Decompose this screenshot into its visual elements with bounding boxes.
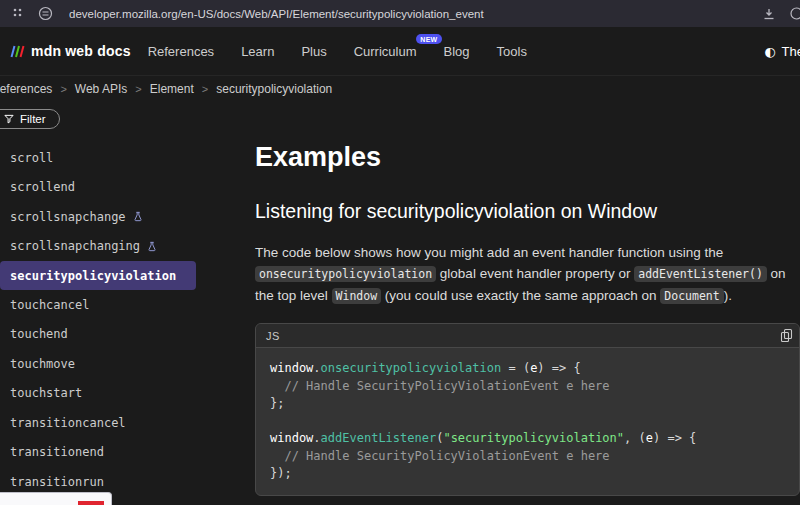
nav-plus[interactable]: Plus <box>301 44 326 59</box>
theme-icon: ◐ <box>764 44 775 59</box>
article-content: Examples Listening for securitypolicyvio… <box>255 128 800 496</box>
breadcrumb-separator: > <box>60 83 66 95</box>
sidebar-item-scrollsnapchanging[interactable]: scrollsnapchanging <box>0 232 250 262</box>
inline-code: addEventListener() <box>634 266 767 282</box>
red-indicator <box>78 501 104 505</box>
breadcrumb-separator: > <box>202 83 208 95</box>
code-line: }); <box>270 465 785 483</box>
mdn-logo-icon <box>10 45 25 58</box>
grid-icon[interactable] <box>10 6 26 22</box>
code-line: }; <box>270 395 785 413</box>
sidebar: Filter scroll scrollend scrollsnapchange… <box>0 101 250 505</box>
inline-code: Window <box>332 288 382 304</box>
nav-references[interactable]: References <box>148 44 214 59</box>
download-icon[interactable] <box>761 6 777 22</box>
sidebar-item-touchend[interactable]: touchend <box>0 320 250 350</box>
funnel-icon <box>4 114 14 124</box>
breadcrumb-references[interactable]: References <box>0 82 52 96</box>
intro-paragraph: The code below shows how you might add a… <box>255 242 800 307</box>
mdn-logo[interactable]: mdn web docs <box>10 43 131 59</box>
code-body: window.onsecuritypolicyviolation = (e) =… <box>256 348 799 495</box>
sidebar-item-transitionend[interactable]: transitionend <box>0 438 250 468</box>
inline-code: onsecuritypolicyviolation <box>255 266 436 282</box>
copy-icon[interactable] <box>780 328 794 343</box>
subsection-heading: Listening for securitypolicyviolation on… <box>255 200 800 223</box>
code-line: // Handle SecurityPolicyViolationEvent e… <box>270 448 785 466</box>
browser-chrome: developer.mozilla.org/en-US/docs/Web/API… <box>0 0 800 27</box>
code-line: window.addEventListener("securitypolicyv… <box>270 430 785 448</box>
section-heading: Examples <box>255 142 800 173</box>
filter-button[interactable]: Filter <box>0 109 60 129</box>
url-bar[interactable]: developer.mozilla.org/en-US/docs/Web/API… <box>69 8 750 20</box>
theme-label: Theme <box>782 44 800 59</box>
filter-label: Filter <box>20 113 46 125</box>
breadcrumb-element[interactable]: Element <box>150 82 194 96</box>
breadcrumb-current-page[interactable]: securitypolicyviolation <box>216 82 332 96</box>
overflow-icon[interactable] <box>788 6 800 22</box>
breadcrumb-web-apis[interactable]: Web APIs <box>75 82 127 96</box>
code-line: window.onsecuritypolicyviolation = (e) =… <box>270 360 785 378</box>
code-example: JS window.onsecuritypolicyviolation = (e… <box>255 323 800 496</box>
new-badge: NEW <box>416 34 441 44</box>
sidebar-item-touchstart[interactable]: touchstart <box>0 379 250 409</box>
code-line: // Handle SecurityPolicyViolationEvent e… <box>270 378 785 396</box>
inline-code: Document <box>660 288 723 304</box>
sidebar-item-scroll[interactable]: scroll <box>0 143 250 173</box>
sidebar-item-securitypolicyviolation[interactable]: securitypolicyviolation <box>0 261 196 290</box>
theme-toggle[interactable]: ◐ Theme <box>764 27 800 75</box>
nav-blog[interactable]: Blog <box>444 44 470 59</box>
sidebar-list: scroll scrollend scrollsnapchange scroll… <box>0 143 250 497</box>
main-nav: References Learn Plus Curriculum NEW Blo… <box>148 42 527 60</box>
site-header: mdn web docs References Learn Plus Curri… <box>0 27 800 76</box>
code-language-label: JS <box>266 330 280 342</box>
nav-curriculum[interactable]: Curriculum <box>354 44 417 59</box>
mdn-logo-text: mdn web docs <box>31 43 131 59</box>
nav-learn[interactable]: Learn <box>241 44 274 59</box>
extensions-icon[interactable] <box>37 6 53 22</box>
experimental-flask-icon <box>133 211 143 222</box>
sidebar-item-touchmove[interactable]: touchmove <box>0 349 250 379</box>
sidebar-item-scrollend[interactable]: scrollend <box>0 173 250 203</box>
nav-tools[interactable]: Tools <box>497 44 527 59</box>
breadcrumb: References > Web APIs > Element > securi… <box>0 76 800 101</box>
code-line <box>270 413 785 431</box>
breadcrumb-separator: > <box>135 83 141 95</box>
sidebar-item-scrollsnapchange[interactable]: scrollsnapchange <box>0 202 250 232</box>
experimental-flask-icon <box>147 241 157 252</box>
sidebar-item-touchcancel[interactable]: touchcancel <box>0 290 250 320</box>
sidebar-item-transitioncancel[interactable]: transitioncancel <box>0 408 250 438</box>
code-header: JS <box>256 324 799 348</box>
